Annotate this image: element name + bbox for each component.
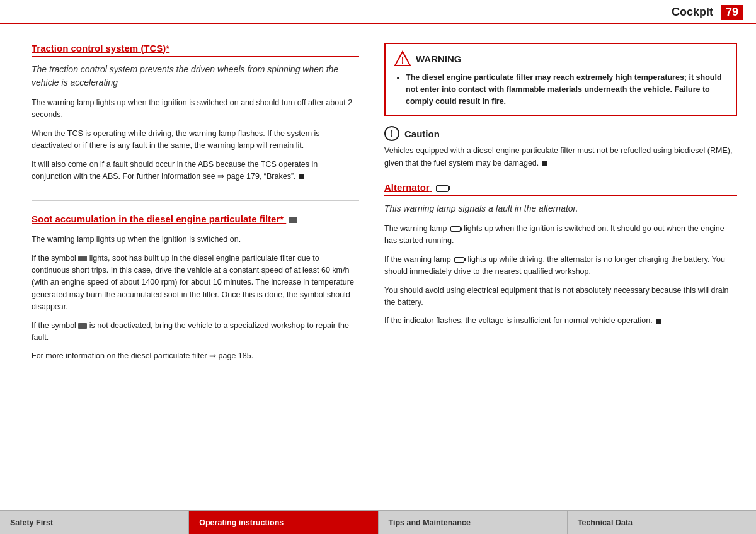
soot-inline-icon-2	[78, 323, 87, 329]
content-area: Traction control system (TCS)* The tract…	[0, 24, 756, 393]
traction-para-2: When the TCS is operating while driving,…	[32, 128, 359, 152]
end-bullet-alternator	[656, 319, 661, 324]
soot-para-3: If the symbol is not deactivated, bring …	[32, 320, 359, 344]
end-bullet-caution	[542, 161, 547, 166]
traction-control-body: The warning lamp lights up when the igni…	[32, 97, 359, 183]
warning-header: ! WARNING	[394, 50, 727, 67]
page-footer: Safety First Operating instructions Tips…	[0, 510, 756, 534]
battery-inline-2	[454, 257, 464, 263]
soot-symbol-icon	[289, 217, 297, 223]
battery-nub	[449, 186, 450, 190]
right-column: ! WARNING The diesel engine particulate …	[384, 43, 737, 380]
traction-control-heading: Traction control system (TCS)*	[32, 43, 359, 57]
caution-header: ! Caution	[384, 126, 737, 141]
traction-para-1: The warning lamp lights up when the igni…	[32, 97, 359, 122]
alternator-para-3: You should avoid using electrical equipm…	[384, 285, 737, 309]
warning-box: ! WARNING The diesel engine particulate …	[384, 43, 737, 116]
page-title: Cockpit	[672, 6, 713, 19]
footer-tips-maintenance[interactable]: Tips and Maintenance	[379, 511, 568, 534]
battery-symbol-icon	[436, 185, 449, 192]
footer-operating-instructions[interactable]: Operating instructions	[189, 511, 378, 534]
traction-para-3: It will also come on if a fault should o…	[32, 159, 359, 183]
header-title-area: Cockpit 79	[672, 5, 743, 20]
caution-text: Vehicles equipped with a diesel engine p…	[384, 145, 737, 169]
caution-circle-icon: !	[384, 126, 399, 141]
svg-text:!: !	[401, 55, 404, 65]
soot-inline-icon-1	[78, 256, 87, 261]
page-number: 79	[721, 5, 743, 20]
footer-label-technical: Technical Data	[578, 518, 633, 527]
page-header: Cockpit 79	[0, 0, 756, 24]
footer-label-tips: Tips and Maintenance	[389, 518, 471, 527]
soot-para-2: If the symbol lights, soot has built up …	[32, 253, 359, 314]
alternator-para-1: The warning lamp lights up when the igni…	[384, 223, 737, 247]
alternator-section: Alternator This warning lamp signals a f…	[384, 182, 737, 327]
alternator-body: The warning lamp lights up when the igni…	[384, 223, 737, 327]
section-divider-1	[32, 200, 359, 201]
traction-control-subtitle: The traction control system prevents the…	[32, 63, 359, 89]
footer-safety-first[interactable]: Safety First	[0, 511, 189, 534]
footer-technical-data[interactable]: Technical Data	[568, 511, 756, 534]
soot-heading: Soot accumulation in the diesel engine p…	[32, 213, 359, 227]
soot-para-4: For more information on the diesel parti…	[32, 350, 359, 362]
warning-label: WARNING	[416, 54, 462, 64]
caution-section: ! Caution Vehicles equipped with a diese…	[384, 126, 737, 169]
footer-label-safety: Safety First	[10, 518, 53, 527]
soot-body: The warning lamp lights up when the igni…	[32, 234, 359, 362]
alternator-para-4: If the indicator flashes, the voltage is…	[384, 315, 737, 327]
warning-list: The diesel engine particulate filter may…	[394, 72, 727, 107]
battery-inline-1	[450, 226, 461, 232]
soot-section: Soot accumulation in the diesel engine p…	[32, 213, 359, 362]
traction-control-section: Traction control system (TCS)* The tract…	[32, 43, 359, 183]
alternator-para-2: If the warning lamp lights up while driv…	[384, 254, 737, 278]
alternator-subtitle: This warning lamp signals a fault in the…	[384, 202, 737, 215]
warning-item-1: The diesel engine particulate filter may…	[406, 72, 727, 107]
end-bullet-1	[299, 174, 304, 179]
alternator-heading: Alternator	[384, 182, 737, 196]
warning-triangle-icon: !	[394, 50, 411, 67]
caution-label: Caution	[404, 128, 440, 139]
left-column: Traction control system (TCS)* The tract…	[32, 43, 359, 380]
footer-label-operating: Operating instructions	[199, 518, 284, 527]
soot-para-1: The warning lamp lights up when the igni…	[32, 234, 359, 246]
